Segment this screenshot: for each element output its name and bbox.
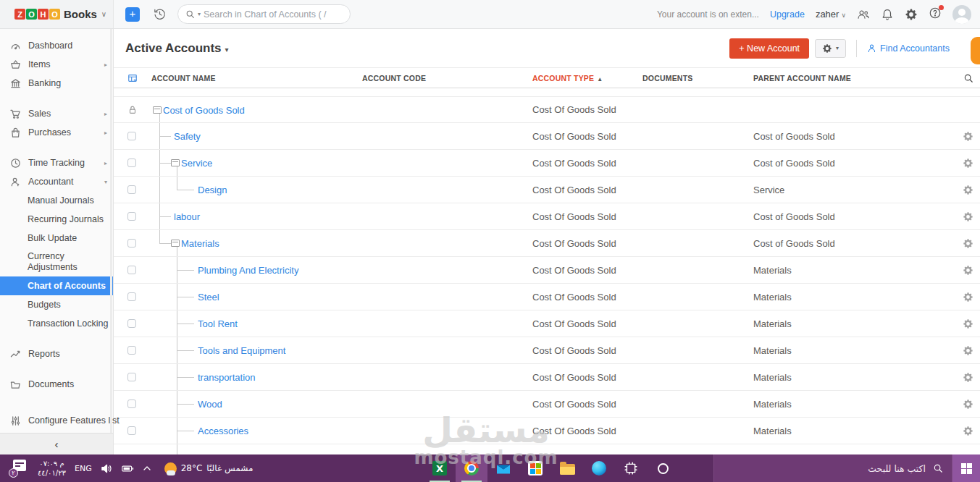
account-name-link[interactable]: transportation <box>198 372 256 383</box>
col-header-account-name[interactable]: ACCOUNT NAME <box>148 68 361 88</box>
account-name-link[interactable]: Materials <box>181 238 219 249</box>
upgrade-link[interactable]: Upgrade <box>770 9 805 20</box>
language-indicator[interactable]: ENG <box>75 464 92 473</box>
weather-widget[interactable]: 28°C مشمس غالبًا <box>164 462 254 475</box>
volume-icon[interactable] <box>101 463 113 474</box>
edge-taskbar-icon[interactable] <box>583 454 615 482</box>
collapse-toggle[interactable] <box>171 159 180 166</box>
taskbar-search[interactable]: اكتب هنا للبحث <box>713 454 952 482</box>
sidebar-item-chart-of-accounts[interactable]: Chart of Accounts <box>0 276 113 295</box>
row-settings-gear-icon[interactable] <box>963 292 973 303</box>
sidebar-item-accountant[interactable]: Accountant▾ <box>0 172 113 191</box>
collapse-toggle[interactable] <box>153 106 162 114</box>
row-settings-gear-icon[interactable] <box>963 372 973 383</box>
find-accountants-link[interactable]: Find Accountants <box>867 43 950 54</box>
account-name-link[interactable]: Accessories <box>198 426 248 436</box>
sidebar-item-banking[interactable]: Banking <box>0 74 113 93</box>
col-header-account-type[interactable]: ACCOUNT TYPE▲ <box>531 74 641 83</box>
action-center-button[interactable]: ٢ <box>7 459 29 478</box>
contacts-icon[interactable] <box>857 8 870 21</box>
account-name-link[interactable]: Tool Rent <box>198 318 238 329</box>
row-settings-gear-icon[interactable] <box>963 399 973 410</box>
sidebar-item-transaction-locking[interactable]: Transaction Locking <box>0 314 113 333</box>
feedback-side-tab[interactable] <box>971 37 980 64</box>
notifications-bell-icon[interactable] <box>881 8 894 21</box>
row-settings-gear-icon[interactable] <box>963 158 973 169</box>
new-account-button[interactable]: + New Account <box>729 38 809 59</box>
account-name-link[interactable]: Tools and Equipment <box>198 345 285 356</box>
sidebar-item-manual-journals[interactable]: Manual Journals <box>0 191 113 210</box>
zoho-books-logo[interactable]: ZOHO Books ∨ <box>0 0 114 28</box>
sidebar-item-time-tracking[interactable]: Time Tracking▸ <box>0 153 113 172</box>
account-name-link[interactable]: Plumbing And Electricity <box>198 265 298 276</box>
taskbar-clock[interactable]: م ٠٧:٠٩ ٤٤/٠١/٢٣ <box>38 459 66 478</box>
quick-create-button[interactable]: + <box>125 7 140 22</box>
row-settings-gear-icon[interactable] <box>963 318 973 329</box>
settings-gear-icon[interactable] <box>905 8 918 21</box>
row-checkbox[interactable] <box>127 185 136 194</box>
row-settings-gear-icon[interactable] <box>963 185 973 195</box>
row-checkbox[interactable] <box>127 266 136 274</box>
start-button[interactable] <box>952 454 980 482</box>
page-title[interactable]: Active Accounts▾ <box>125 41 229 56</box>
sidebar-item-recurring-journals[interactable]: Recurring Journals <box>0 210 113 229</box>
view-selector-caret[interactable]: ▾ <box>225 46 229 54</box>
cortana-taskbar-icon[interactable] <box>647 454 679 482</box>
account-name-link[interactable]: Steel <box>198 292 219 303</box>
search-scope-caret[interactable]: ▾ <box>198 11 201 17</box>
sidebar-item-budgets[interactable]: Budgets <box>0 295 113 314</box>
sidebar-item-purchases[interactable]: Purchases▸ <box>0 123 113 142</box>
sidebar-item-dashboard[interactable]: Dashboard <box>0 36 113 55</box>
sidebar-scrollbar[interactable] <box>110 29 112 433</box>
search-input[interactable] <box>204 9 327 20</box>
row-checkbox[interactable] <box>127 212 136 221</box>
file-explorer-taskbar-icon[interactable] <box>551 454 583 482</box>
sidebar-collapse-button[interactable]: ‹ <box>0 433 113 454</box>
account-name-link[interactable]: Service <box>181 158 212 169</box>
collapse-toggle[interactable] <box>171 240 180 247</box>
row-settings-gear-icon[interactable] <box>963 426 973 436</box>
avatar[interactable] <box>952 5 971 24</box>
row-checkbox[interactable] <box>127 373 136 381</box>
row-checkbox[interactable] <box>127 132 136 140</box>
row-settings-gear-icon[interactable] <box>963 238 973 249</box>
excel-taskbar-icon[interactable]: X <box>424 454 456 482</box>
list-settings-button[interactable]: ▾ <box>815 39 846 58</box>
row-checkbox[interactable] <box>127 319 136 328</box>
row-settings-gear-icon[interactable] <box>963 345 973 356</box>
row-checkbox[interactable] <box>127 292 136 301</box>
sidebar-item-sales[interactable]: Sales▸ <box>0 104 113 123</box>
row-checkbox[interactable] <box>127 346 136 355</box>
account-name-link[interactable]: Cost of Goods Sold <box>163 104 245 115</box>
row-settings-gear-icon[interactable] <box>963 131 973 142</box>
chevron-down-icon[interactable]: ∨ <box>101 10 106 18</box>
battery-icon[interactable] <box>122 463 134 474</box>
chrome-taskbar-icon[interactable] <box>456 454 487 482</box>
account-name-link[interactable]: Wood <box>198 399 222 410</box>
store-taskbar-icon[interactable] <box>519 454 551 482</box>
sidebar-item-reports[interactable]: Reports <box>0 344 113 363</box>
hidden-icons-chevron[interactable] <box>143 464 151 473</box>
sidebar-item-currency-adjustments[interactable]: Currency Adjustments <box>0 248 113 276</box>
row-checkbox[interactable] <box>127 158 136 167</box>
table-search-icon[interactable] <box>963 73 973 83</box>
row-settings-gear-icon[interactable] <box>963 265 973 276</box>
sidebar-item-configure-features-list[interactable]: Configure Features list <box>0 411 113 430</box>
devices-taskbar-icon[interactable] <box>615 454 647 482</box>
row-settings-gear-icon[interactable] <box>963 211 973 222</box>
mail-taskbar-icon[interactable] <box>487 454 519 482</box>
sidebar-item-items[interactable]: Items▸ <box>0 55 113 74</box>
user-menu[interactable]: zaher∨ <box>816 9 846 20</box>
help-button[interactable] <box>929 7 942 22</box>
row-checkbox[interactable] <box>127 426 136 435</box>
account-name-link[interactable]: Design <box>198 185 227 195</box>
row-checkbox[interactable] <box>127 399 136 408</box>
account-name-link[interactable]: Safety <box>174 131 201 142</box>
sidebar-item-documents[interactable]: Documents <box>0 375 113 394</box>
account-name-link[interactable]: labour <box>174 211 200 222</box>
sidebar-item-bulk-update[interactable]: Bulk Update <box>0 229 113 248</box>
col-header-account-code[interactable]: ACCOUNT CODE <box>361 74 531 83</box>
row-checkbox[interactable] <box>127 239 136 248</box>
recent-history-icon[interactable] <box>153 7 167 21</box>
col-header-documents[interactable]: DOCUMENTS <box>641 74 752 83</box>
